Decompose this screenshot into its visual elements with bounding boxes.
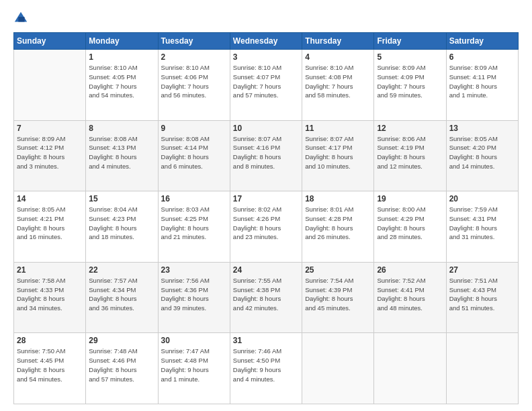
calendar-cell: 14Sunrise: 8:05 AM Sunset: 4:21 PM Dayli… — [14, 191, 86, 263]
day-number: 30 — [161, 336, 227, 345]
day-number: 20 — [449, 194, 515, 203]
calendar-cell: 31Sunrise: 7:46 AM Sunset: 4:50 PM Dayli… — [230, 333, 302, 404]
day-info: Sunrise: 7:50 AM Sunset: 4:45 PM Dayligh… — [17, 347, 83, 383]
calendar-week-row: 1Sunrise: 8:10 AM Sunset: 4:05 PM Daylig… — [14, 50, 519, 121]
day-info: Sunrise: 7:59 AM Sunset: 4:31 PM Dayligh… — [449, 205, 515, 242]
day-header-monday: Monday — [86, 33, 158, 50]
day-info: Sunrise: 7:58 AM Sunset: 4:33 PM Dayligh… — [17, 276, 83, 313]
day-number: 10 — [233, 124, 299, 133]
day-info: Sunrise: 8:07 AM Sunset: 4:17 PM Dayligh… — [305, 134, 371, 171]
day-number: 6 — [449, 52, 515, 62]
day-number: 14 — [17, 194, 83, 203]
calendar-cell: 29Sunrise: 7:48 AM Sunset: 4:46 PM Dayli… — [86, 333, 158, 404]
day-info: Sunrise: 8:01 AM Sunset: 4:28 PM Dayligh… — [305, 205, 371, 242]
day-info: Sunrise: 8:05 AM Sunset: 4:20 PM Dayligh… — [449, 134, 515, 171]
calendar-cell — [14, 50, 86, 121]
calendar-cell: 24Sunrise: 7:55 AM Sunset: 4:38 PM Dayli… — [230, 262, 302, 333]
calendar-cell: 20Sunrise: 7:59 AM Sunset: 4:31 PM Dayli… — [446, 191, 518, 263]
day-number: 3 — [233, 52, 299, 62]
calendar-week-row: 28Sunrise: 7:50 AM Sunset: 4:45 PM Dayli… — [14, 333, 519, 404]
day-number: 25 — [305, 265, 371, 275]
calendar-cell: 18Sunrise: 8:01 AM Sunset: 4:28 PM Dayli… — [302, 191, 374, 263]
calendar-cell: 13Sunrise: 8:05 AM Sunset: 4:20 PM Dayli… — [446, 120, 518, 191]
logo-icon — [13, 11, 28, 26]
day-number: 29 — [89, 336, 154, 345]
calendar-cell: 9Sunrise: 8:08 AM Sunset: 4:14 PM Daylig… — [158, 120, 230, 191]
day-number: 18 — [305, 194, 371, 203]
day-info: Sunrise: 7:54 AM Sunset: 4:39 PM Dayligh… — [305, 276, 371, 313]
calendar-cell: 12Sunrise: 8:06 AM Sunset: 4:19 PM Dayli… — [374, 120, 446, 191]
calendar-cell — [302, 333, 374, 404]
day-info: Sunrise: 8:09 AM Sunset: 4:09 PM Dayligh… — [377, 63, 443, 100]
day-number: 27 — [449, 265, 515, 275]
calendar-cell: 5Sunrise: 8:09 AM Sunset: 4:09 PM Daylig… — [374, 50, 446, 121]
day-info: Sunrise: 8:00 AM Sunset: 4:29 PM Dayligh… — [377, 205, 443, 242]
day-header-friday: Friday — [374, 33, 446, 50]
day-info: Sunrise: 8:06 AM Sunset: 4:19 PM Dayligh… — [377, 134, 443, 171]
calendar-cell: 3Sunrise: 8:10 AM Sunset: 4:07 PM Daylig… — [230, 50, 302, 121]
day-info: Sunrise: 8:08 AM Sunset: 4:14 PM Dayligh… — [161, 134, 227, 171]
day-number: 7 — [17, 124, 83, 133]
calendar-cell: 28Sunrise: 7:50 AM Sunset: 4:45 PM Dayli… — [14, 333, 86, 404]
day-header-saturday: Saturday — [446, 33, 518, 50]
calendar-week-row: 7Sunrise: 8:09 AM Sunset: 4:12 PM Daylig… — [14, 120, 519, 191]
header — [13, 11, 519, 27]
day-header-sunday: Sunday — [14, 33, 86, 50]
calendar-cell: 6Sunrise: 8:09 AM Sunset: 4:11 PM Daylig… — [446, 50, 518, 121]
day-number: 11 — [305, 124, 371, 133]
svg-marker-1 — [18, 17, 24, 21]
day-info: Sunrise: 7:57 AM Sunset: 4:34 PM Dayligh… — [89, 276, 154, 313]
calendar-cell: 11Sunrise: 8:07 AM Sunset: 4:17 PM Dayli… — [302, 120, 374, 191]
day-number: 2 — [161, 52, 227, 62]
calendar-cell: 27Sunrise: 7:51 AM Sunset: 4:43 PM Dayli… — [446, 262, 518, 333]
day-number: 26 — [377, 265, 443, 275]
day-number: 9 — [161, 124, 227, 133]
day-info: Sunrise: 7:51 AM Sunset: 4:43 PM Dayligh… — [449, 276, 515, 313]
calendar-table: SundayMondayTuesdayWednesdayThursdayFrid… — [13, 32, 519, 404]
page: SundayMondayTuesdayWednesdayThursdayFrid… — [0, 0, 532, 411]
day-number: 28 — [17, 336, 83, 345]
day-info: Sunrise: 7:56 AM Sunset: 4:36 PM Dayligh… — [161, 276, 227, 313]
day-header-tuesday: Tuesday — [158, 33, 230, 50]
calendar-cell: 16Sunrise: 8:03 AM Sunset: 4:25 PM Dayli… — [158, 191, 230, 263]
day-info: Sunrise: 8:04 AM Sunset: 4:23 PM Dayligh… — [89, 205, 154, 242]
calendar-header-row: SundayMondayTuesdayWednesdayThursdayFrid… — [14, 33, 519, 50]
calendar-cell: 15Sunrise: 8:04 AM Sunset: 4:23 PM Dayli… — [86, 191, 158, 263]
calendar-week-row: 14Sunrise: 8:05 AM Sunset: 4:21 PM Dayli… — [14, 191, 519, 263]
day-info: Sunrise: 7:48 AM Sunset: 4:46 PM Dayligh… — [89, 347, 154, 383]
day-number: 12 — [377, 124, 443, 133]
calendar-cell: 17Sunrise: 8:02 AM Sunset: 4:26 PM Dayli… — [230, 191, 302, 263]
day-header-wednesday: Wednesday — [230, 33, 302, 50]
calendar-cell: 22Sunrise: 7:57 AM Sunset: 4:34 PM Dayli… — [86, 262, 158, 333]
day-number: 31 — [233, 336, 299, 345]
day-info: Sunrise: 8:07 AM Sunset: 4:16 PM Dayligh… — [233, 134, 299, 171]
day-info: Sunrise: 8:10 AM Sunset: 4:07 PM Dayligh… — [233, 63, 299, 100]
day-info: Sunrise: 8:08 AM Sunset: 4:13 PM Dayligh… — [89, 134, 154, 171]
calendar-week-row: 21Sunrise: 7:58 AM Sunset: 4:33 PM Dayli… — [14, 262, 519, 333]
calendar-cell: 30Sunrise: 7:47 AM Sunset: 4:48 PM Dayli… — [158, 333, 230, 404]
day-header-thursday: Thursday — [302, 33, 374, 50]
calendar-cell: 10Sunrise: 8:07 AM Sunset: 4:16 PM Dayli… — [230, 120, 302, 191]
day-info: Sunrise: 8:09 AM Sunset: 4:11 PM Dayligh… — [449, 63, 515, 100]
day-number: 19 — [377, 194, 443, 203]
calendar-cell: 7Sunrise: 8:09 AM Sunset: 4:12 PM Daylig… — [14, 120, 86, 191]
day-number: 24 — [233, 265, 299, 275]
day-number: 1 — [89, 52, 154, 62]
day-info: Sunrise: 8:10 AM Sunset: 4:08 PM Dayligh… — [305, 63, 371, 100]
day-number: 17 — [233, 194, 299, 203]
day-number: 23 — [161, 265, 227, 275]
day-info: Sunrise: 8:10 AM Sunset: 4:05 PM Dayligh… — [89, 63, 154, 100]
calendar-cell: 26Sunrise: 7:52 AM Sunset: 4:41 PM Dayli… — [374, 262, 446, 333]
day-number: 5 — [377, 52, 443, 62]
day-number: 21 — [17, 265, 83, 275]
day-number: 16 — [161, 194, 227, 203]
calendar-cell: 8Sunrise: 8:08 AM Sunset: 4:13 PM Daylig… — [86, 120, 158, 191]
day-info: Sunrise: 7:47 AM Sunset: 4:48 PM Dayligh… — [161, 347, 227, 383]
calendar-cell: 4Sunrise: 8:10 AM Sunset: 4:08 PM Daylig… — [302, 50, 374, 121]
day-info: Sunrise: 8:05 AM Sunset: 4:21 PM Dayligh… — [17, 205, 83, 242]
calendar-cell: 2Sunrise: 8:10 AM Sunset: 4:06 PM Daylig… — [158, 50, 230, 121]
calendar-cell: 23Sunrise: 7:56 AM Sunset: 4:36 PM Dayli… — [158, 262, 230, 333]
calendar-cell: 25Sunrise: 7:54 AM Sunset: 4:39 PM Dayli… — [302, 262, 374, 333]
day-number: 22 — [89, 265, 154, 275]
day-info: Sunrise: 8:02 AM Sunset: 4:26 PM Dayligh… — [233, 205, 299, 242]
